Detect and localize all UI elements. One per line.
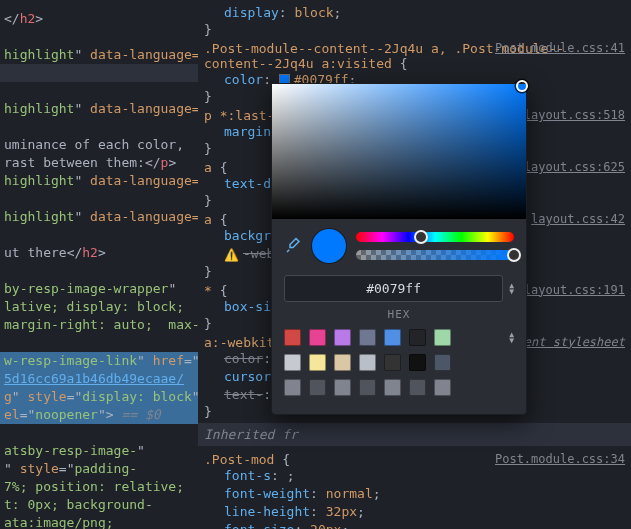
alpha-thumb[interactable]	[507, 248, 521, 262]
source-line[interactable]: g" style="display: block"	[0, 388, 198, 406]
palette-swatch[interactable]	[359, 329, 376, 346]
source-line[interactable]: highlight" data-language=	[0, 172, 198, 190]
source-line[interactable]	[0, 190, 198, 208]
rule-source-link[interactable]: Post.module.css:34	[495, 452, 625, 466]
source-line[interactable]	[0, 424, 198, 442]
source-line[interactable]	[0, 334, 198, 352]
source-line[interactable]	[0, 118, 198, 136]
alpha-slider[interactable]	[356, 250, 514, 260]
source-line[interactable]: t: 0px; background-	[0, 496, 198, 514]
palette-swatch[interactable]	[334, 379, 351, 396]
hex-label: HEX	[272, 304, 526, 321]
eyedropper-icon[interactable]	[284, 237, 302, 255]
source-line[interactable]	[0, 82, 198, 100]
source-line[interactable]: by-resp-image-wrapper"	[0, 280, 198, 298]
source-line[interactable]: ut there</h2>	[0, 244, 198, 262]
css-declaration[interactable]: line-height: 32px;	[224, 503, 625, 521]
source-line[interactable]	[0, 262, 198, 280]
hue-thumb[interactable]	[414, 230, 428, 244]
source-line[interactable]: rast between them:</p>	[0, 154, 198, 172]
palette-swatch[interactable]	[409, 379, 426, 396]
css-declaration[interactable]: font-size: 20px;	[224, 521, 625, 530]
rule-source-link[interactable]: gent stylesheet	[517, 335, 625, 349]
palette-swatch[interactable]	[284, 379, 301, 396]
palette-swatch[interactable]	[409, 329, 426, 346]
source-line[interactable]: w-resp-image-link" href="/	[0, 352, 198, 370]
palette-swatch[interactable]	[434, 354, 451, 371]
palette-swatch[interactable]	[284, 354, 301, 371]
source-line[interactable]: ata:image/png;	[0, 514, 198, 529]
source-line[interactable]: uminance of each color,	[0, 136, 198, 154]
palette-swatch[interactable]	[434, 379, 451, 396]
source-line[interactable]: atsby-resp-image-"	[0, 442, 198, 460]
palette-swatch[interactable]	[409, 354, 426, 371]
hue-slider[interactable]	[356, 232, 514, 242]
palette-swatch[interactable]	[434, 329, 451, 346]
source-line[interactable]	[0, 28, 198, 46]
palette-swatch[interactable]	[384, 354, 401, 371]
current-color-swatch	[312, 229, 346, 263]
rule-source-link[interactable]: Post.module.css:41	[495, 41, 625, 55]
palette-swatch[interactable]	[359, 379, 376, 396]
css-rule: Post.module.css:34.Post-mod {font-s: ;fo…	[204, 452, 625, 530]
source-line[interactable]: highlight" data-language=	[0, 208, 198, 226]
rule-source-link[interactable]: layout.css:191	[524, 283, 625, 297]
palette-swatch[interactable]	[309, 354, 326, 371]
saturation-value-area[interactable]	[272, 84, 526, 219]
palette-swatch[interactable]	[309, 379, 326, 396]
palette-swatch[interactable]	[334, 329, 351, 346]
sv-cursor[interactable]	[516, 80, 528, 92]
source-line[interactable]: highlight" data-language=	[0, 46, 198, 64]
palette-swatch[interactable]	[359, 354, 376, 371]
source-line[interactable]	[0, 226, 198, 244]
hex-input[interactable]	[284, 275, 503, 302]
source-line[interactable]: 7%; position: relative;	[0, 478, 198, 496]
rule-source-link[interactable]: layout.css:42	[531, 212, 625, 226]
css-declaration[interactable]: font-weight: normal;	[224, 485, 625, 503]
source-line[interactable]	[0, 64, 198, 82]
source-html-pane: </h2> highlight" data-language= highligh…	[0, 0, 198, 529]
rule-source-link[interactable]: layout.css:625	[524, 160, 625, 174]
css-declaration[interactable]: font-s: ;	[224, 467, 625, 485]
inherited-from-bar: Inherited fr	[198, 423, 631, 446]
source-line[interactable]: el="noopener"> == $0	[0, 406, 198, 424]
palette-swatch[interactable]	[384, 379, 401, 396]
source-line[interactable]: highlight" data-language=	[0, 100, 198, 118]
palette-swatch[interactable]	[284, 329, 301, 346]
format-stepper[interactable]: ▲▼	[509, 283, 514, 295]
palette-swatch[interactable]	[309, 329, 326, 346]
source-line[interactable]: 5d16cc69a1b46db49ecaae/	[0, 370, 198, 388]
source-line[interactable]: " style="padding-	[0, 460, 198, 478]
source-line[interactable]: margin-right: auto; max-	[0, 316, 198, 334]
color-picker-panel: ▲▼ HEX ▲▼	[271, 83, 527, 415]
rule-source-link[interactable]: layout.css:518	[524, 108, 625, 122]
css-declaration[interactable]: display: block;	[224, 4, 625, 22]
source-line[interactable]: </h2>	[0, 10, 198, 28]
palette-swatch[interactable]	[384, 329, 401, 346]
palette-stepper[interactable]: ▲▼	[509, 332, 514, 344]
palette: ▲▼	[272, 321, 526, 396]
source-line[interactable]: lative; display: block;	[0, 298, 198, 316]
palette-swatch[interactable]	[334, 354, 351, 371]
warning-icon: ⚠️	[224, 246, 239, 264]
